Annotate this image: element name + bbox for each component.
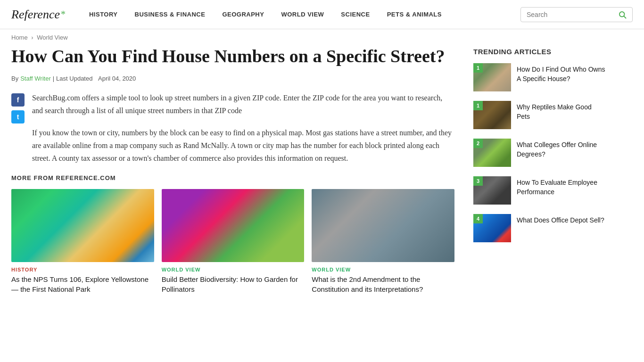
main-nav: HISTORYBUSINESS & FINANCEGEOGRAPHYWORLD … xyxy=(81,0,520,29)
nav-item-pets-animals[interactable]: PETS & ANIMALS xyxy=(379,0,450,29)
trending-item[interactable]: 4 What Does Office Depot Sell? xyxy=(473,214,605,242)
card-title: Build Better Biodiversity: How to Garden… xyxy=(162,274,305,294)
breadcrumb: Home › World View xyxy=(0,29,644,46)
sidebar: TRENDING ARTICLES 1 How Do I Find Out Wh… xyxy=(473,46,605,294)
trending-rank-badge: 1 xyxy=(473,101,483,110)
trending-rank-badge: 3 xyxy=(473,176,483,186)
author-link[interactable]: Staff Writer xyxy=(20,75,51,82)
twitter-share-button[interactable]: t xyxy=(11,110,25,123)
trending-article-title: Why Reptiles Make Good Pets xyxy=(517,101,605,121)
article-title: How Can You Find House Numbers on a Spec… xyxy=(11,46,454,67)
breadcrumb-home[interactable]: Home xyxy=(11,34,28,41)
meta-separator: | xyxy=(53,75,54,82)
nav-item-history[interactable]: HISTORY xyxy=(81,0,126,29)
social-share: f t xyxy=(11,93,25,174)
more-from-section: MORE FROM REFERENCE.COM HISTORY As the N… xyxy=(11,174,454,294)
trending-article-title: What Colleges Offer Online Degrees? xyxy=(517,139,605,159)
search-input[interactable] xyxy=(527,11,614,18)
trending-article-title: How To Evaluate Employee Performance xyxy=(517,176,605,197)
trending-rank-badge: 1 xyxy=(473,63,483,73)
trending-rank-badge: 2 xyxy=(473,139,483,148)
card-category: WORLD VIEW xyxy=(162,267,305,272)
card-image xyxy=(11,189,154,262)
author-by: By xyxy=(11,75,18,82)
logo-text: Reference xyxy=(11,8,60,22)
trending-image-wrap: 1 xyxy=(473,101,511,129)
article-date xyxy=(94,75,96,82)
article-content: How Can You Find House Numbers on a Spec… xyxy=(11,46,454,294)
trending-item[interactable]: 3 How To Evaluate Employee Performance xyxy=(473,176,605,205)
search-box xyxy=(520,7,633,22)
card-image xyxy=(312,189,454,262)
logo-asterisk: * xyxy=(61,9,66,20)
article-paragraph-2: If you know the town or city, numbers by… xyxy=(32,126,454,165)
main-layout: How Can You Find House Numbers on a Spec… xyxy=(0,46,644,294)
facebook-share-button[interactable]: f xyxy=(11,93,25,107)
card-image xyxy=(162,189,305,262)
article-paragraph-1: SearchBug.com offers a simple tool to lo… xyxy=(32,91,454,117)
trending-list: 1 How Do I Find Out Who Owns A Specific … xyxy=(473,63,605,242)
trending-item[interactable]: 1 How Do I Find Out Who Owns A Specific … xyxy=(473,63,605,91)
breadcrumb-separator: › xyxy=(31,34,33,41)
trending-rank-badge: 4 xyxy=(473,214,483,223)
card-grid: HISTORY As the NPS Turns 106, Explore Ye… xyxy=(11,189,454,294)
trending-label: TRENDING ARTICLES xyxy=(473,48,605,56)
card-title: As the NPS Turns 106, Explore Yellowston… xyxy=(11,274,154,294)
trending-image-wrap: 2 xyxy=(473,139,511,167)
search-button[interactable] xyxy=(618,10,627,19)
trending-image-wrap: 3 xyxy=(473,176,511,205)
trending-article-title: What Does Office Depot Sell? xyxy=(517,214,604,225)
svg-line-1 xyxy=(624,16,626,18)
more-from-label: MORE FROM REFERENCE.COM xyxy=(11,174,454,181)
trending-image-wrap: 1 xyxy=(473,63,511,91)
trending-article-title: How Do I Find Out Who Owns A Specific Ho… xyxy=(517,63,605,83)
article-body-wrap: f t SearchBug.com offers a simple tool t… xyxy=(11,91,454,174)
nav-item-business-finance[interactable]: BUSINESS & FINANCE xyxy=(126,0,214,29)
nav-item-geography[interactable]: GEOGRAPHY xyxy=(214,0,272,29)
card-item[interactable]: HISTORY As the NPS Turns 106, Explore Ye… xyxy=(11,189,154,294)
trending-item[interactable]: 1 Why Reptiles Make Good Pets xyxy=(473,101,605,129)
article-date-value: April 04, 2020 xyxy=(98,75,136,82)
nav-item-science[interactable]: SCIENCE xyxy=(332,0,378,29)
site-logo[interactable]: Reference* xyxy=(11,8,66,22)
trending-item[interactable]: 2 What Colleges Offer Online Degrees? xyxy=(473,139,605,167)
site-header: Reference* HISTORYBUSINESS & FINANCEGEOG… xyxy=(0,0,644,29)
article-text: SearchBug.com offers a simple tool to lo… xyxy=(32,91,454,174)
nav-item-world-view[interactable]: WORLD VIEW xyxy=(272,0,332,29)
last-updated-label: Last Updated xyxy=(56,75,92,82)
card-title: What is the 2nd Amendment to the Constit… xyxy=(312,274,454,294)
card-item[interactable]: WORLD VIEW Build Better Biodiversity: Ho… xyxy=(162,189,305,294)
article-meta: By Staff Writer | Last Updated April 04,… xyxy=(11,75,454,82)
card-category: WORLD VIEW xyxy=(312,267,454,272)
breadcrumb-current: World View xyxy=(37,34,67,41)
trending-image-wrap: 4 xyxy=(473,214,511,242)
card-item[interactable]: WORLD VIEW What is the 2nd Amendment to … xyxy=(312,189,454,294)
card-category: HISTORY xyxy=(11,267,154,272)
